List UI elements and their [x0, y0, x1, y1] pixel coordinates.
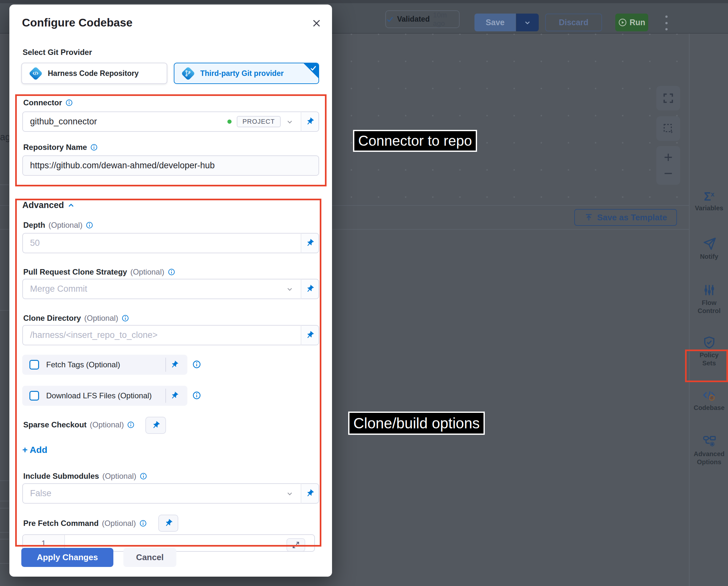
fetch-tags-pin-toggle[interactable]: [166, 360, 183, 369]
info-icon[interactable]: [139, 472, 147, 480]
rail-item-policy-sets[interactable]: Policy Sets: [690, 335, 728, 367]
include-submodules-select[interactable]: False: [22, 483, 301, 504]
pr-clone-strategy-label: Pull Request Clone Strategy(Optional): [23, 267, 175, 277]
provider-card-third-party[interactable]: Third-party Git provider: [174, 63, 319, 84]
info-icon[interactable]: [90, 144, 98, 151]
zoom-controls: [656, 146, 680, 185]
marquee-select-button[interactable]: [656, 116, 680, 141]
close-button[interactable]: [311, 18, 322, 29]
harness-code-icon: [28, 66, 43, 80]
chevron-down-icon[interactable]: [286, 118, 293, 126]
play-icon: [618, 18, 627, 27]
studio-right-rail: Σx Variables Notify Flow Control Policy …: [689, 33, 728, 586]
download-lfs-pin-toggle[interactable]: [166, 391, 183, 400]
apply-changes-button[interactable]: Apply Changes: [21, 548, 113, 567]
info-icon[interactable]: [85, 221, 93, 229]
save-as-template-button[interactable]: Save as Template: [574, 209, 677, 226]
connector-select[interactable]: github_connector PROJECT: [22, 111, 301, 132]
repository-name-label: Repository Name: [23, 143, 98, 152]
include-submodules-label: Include Submodules(Optional): [23, 472, 147, 481]
save-button[interactable]: Save: [474, 14, 516, 31]
clone-directory-pin-toggle[interactable]: [301, 325, 319, 345]
rail-item-advanced-options[interactable]: Advanced Options: [690, 434, 728, 466]
pin-icon: [306, 285, 314, 293]
clone-directory-field: /harness/<insert_repo_to_clone>: [22, 325, 319, 345]
chevron-down-icon: [524, 19, 531, 26]
sparse-checkout-pin-toggle[interactable]: [145, 417, 166, 434]
left-truncated-text: ag: [0, 132, 10, 143]
pr-clone-strategy-field: Merge Commit: [22, 279, 319, 299]
fetch-tags-checkbox[interactable]: [29, 360, 39, 370]
rail-label: Notify: [693, 253, 726, 261]
provider-card-harness[interactable]: Harness Code Repository: [21, 63, 167, 84]
connector-label: Connector: [23, 98, 73, 107]
info-icon[interactable]: [65, 99, 73, 107]
rail-label: Codebase: [693, 404, 726, 412]
info-icon[interactable]: [167, 268, 175, 276]
run-button[interactable]: Run: [615, 14, 648, 31]
chevron-down-icon: [286, 285, 293, 293]
info-icon[interactable]: [122, 314, 129, 322]
connector-status-dot: [227, 120, 232, 124]
include-submodules-pin-toggle[interactable]: [301, 483, 319, 504]
pre-fetch-command-label: Pre Fetch Command(Optional): [23, 519, 147, 528]
download-lfs-checkbox[interactable]: [29, 391, 39, 401]
pin-icon: [170, 391, 179, 400]
rail-item-notify[interactable]: Notify: [690, 236, 728, 261]
annotation-note-clone: Clone/build options: [348, 412, 485, 435]
save-options-caret[interactable]: [516, 14, 539, 31]
depth-input[interactable]: 50: [22, 233, 301, 253]
policy-sets-icon: [690, 335, 728, 350]
pre-fetch-pin-toggle[interactable]: [158, 515, 178, 532]
pipeline-studio-screen: Validated 10m ago Save Discard Run ag Sa…: [0, 0, 728, 586]
provider-label: Harness Code Repository: [48, 69, 138, 78]
fetch-tags-row: Fetch Tags (Optional): [22, 355, 187, 375]
variables-icon: Σx: [690, 188, 728, 203]
configure-codebase-dialog: Configure Codebase Select Git Provider H…: [9, 4, 332, 577]
advanced-toggle[interactable]: Advanced: [22, 200, 75, 210]
connector-field: github_connector PROJECT: [22, 111, 319, 132]
include-submodules-value: False: [30, 488, 51, 499]
marquee-selection-icon: [662, 122, 674, 135]
sparse-checkout-label: Sparse Checkout(Optional): [23, 420, 135, 429]
expand-icon: [292, 541, 300, 549]
editor-expand-button[interactable]: [286, 538, 305, 552]
pr-clone-strategy-select[interactable]: Merge Commit: [22, 279, 301, 299]
pin-icon: [306, 239, 314, 248]
chevron-up-icon: [67, 202, 75, 209]
rail-item-codebase[interactable]: Codebase: [690, 388, 728, 412]
pin-icon: [306, 117, 314, 126]
pin-icon: [170, 360, 179, 369]
repository-name-value: https://github.com/dewan-ahmed/developer…: [30, 160, 215, 171]
more-options-menu[interactable]: [665, 16, 668, 30]
discard-button[interactable]: Discard: [545, 14, 602, 31]
notify-icon: [690, 236, 728, 251]
depth-pin-toggle[interactable]: [301, 233, 319, 253]
pr-clone-strategy-pin-toggle[interactable]: [301, 279, 319, 299]
zoom-in-icon[interactable]: [663, 152, 674, 163]
info-icon[interactable]: [139, 519, 147, 527]
info-icon[interactable]: [127, 421, 135, 429]
clone-directory-label: Clone Directory(Optional): [23, 314, 129, 323]
cancel-button[interactable]: Cancel: [123, 548, 176, 567]
include-submodules-field: False: [22, 483, 319, 504]
clone-directory-input[interactable]: /harness/<insert_repo_to_clone>: [22, 325, 301, 345]
pin-icon: [164, 519, 173, 528]
provider-label: Third-party Git provider: [200, 69, 284, 78]
zoom-out-icon[interactable]: [663, 168, 674, 179]
sparse-checkout-add-link[interactable]: + Add: [22, 445, 48, 455]
fullscreen-button[interactable]: [656, 86, 680, 110]
save-as-template-label: Save as Template: [597, 212, 667, 223]
repository-name-field: https://github.com/dewan-ahmed/developer…: [22, 155, 319, 176]
check-icon: [386, 15, 394, 24]
depth-label: Depth(Optional): [23, 221, 93, 230]
rail-label: Policy Sets: [693, 351, 726, 367]
repository-name-input[interactable]: https://github.com/dewan-ahmed/developer…: [22, 155, 319, 176]
scope-badge: PROJECT: [237, 116, 281, 127]
close-icon: [311, 18, 322, 28]
info-icon[interactable]: [192, 360, 201, 369]
info-icon[interactable]: [192, 391, 201, 400]
rail-item-flow-control[interactable]: Flow Control: [690, 283, 728, 315]
rail-item-variables[interactable]: Σx Variables: [690, 188, 728, 212]
connector-pin-toggle[interactable]: [301, 111, 319, 132]
